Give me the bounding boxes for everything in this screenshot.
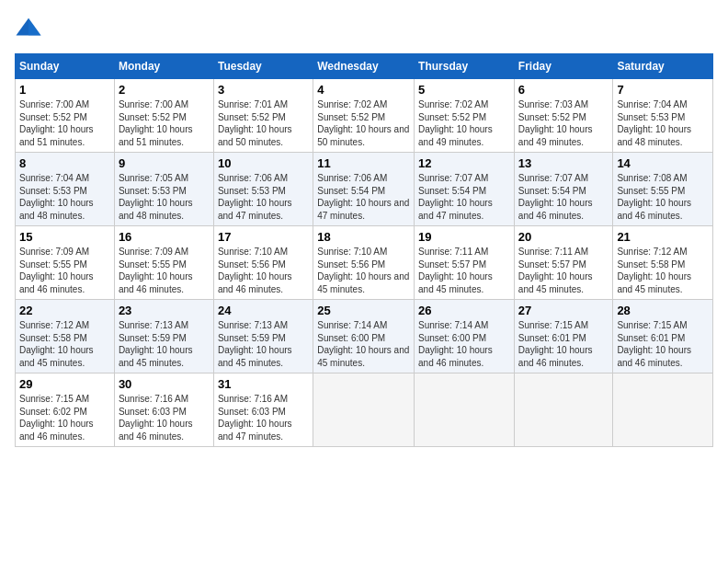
calendar-cell: 22 Sunrise: 7:12 AMSunset: 5:58 PMDaylig…	[16, 300, 115, 373]
week-row-4: 22 Sunrise: 7:12 AMSunset: 5:58 PMDaylig…	[16, 300, 713, 373]
day-number: 4	[317, 83, 410, 97]
header-day-wednesday: Wednesday	[313, 54, 415, 79]
calendar-cell: 21 Sunrise: 7:12 AMSunset: 5:58 PMDaylig…	[613, 226, 713, 300]
day-info: Sunrise: 7:16 AMSunset: 6:03 PMDaylight:…	[218, 393, 309, 442]
day-number: 28	[617, 304, 709, 317]
day-number: 11	[317, 156, 410, 170]
day-number: 10	[218, 156, 309, 170]
calendar-cell	[313, 373, 415, 447]
day-number: 7	[617, 83, 709, 97]
calendar-cell: 6 Sunrise: 7:03 AMSunset: 5:52 PMDayligh…	[514, 79, 613, 153]
calendar-cell: 1 Sunrise: 7:00 AMSunset: 5:52 PMDayligh…	[16, 79, 115, 153]
day-number: 30	[119, 377, 210, 391]
header-day-tuesday: Tuesday	[213, 54, 313, 79]
calendar-cell: 28 Sunrise: 7:15 AMSunset: 6:01 PMDaylig…	[613, 300, 713, 373]
day-number: 12	[418, 156, 510, 170]
day-info: Sunrise: 7:07 AMSunset: 5:54 PMDaylight:…	[518, 172, 609, 222]
day-info: Sunrise: 7:03 AMSunset: 5:52 PMDaylight:…	[518, 98, 609, 148]
day-info: Sunrise: 7:09 AMSunset: 5:55 PMDaylight:…	[19, 246, 110, 295]
day-number: 29	[19, 377, 110, 391]
day-info: Sunrise: 7:02 AMSunset: 5:52 PMDaylight:…	[317, 98, 410, 148]
day-info: Sunrise: 7:15 AMSunset: 6:01 PMDaylight:…	[617, 319, 709, 369]
header	[15, 15, 713, 42]
day-info: Sunrise: 7:11 AMSunset: 5:57 PMDaylight:…	[418, 246, 510, 295]
day-info: Sunrise: 7:00 AMSunset: 5:52 PMDaylight:…	[119, 98, 210, 148]
calendar-cell: 20 Sunrise: 7:11 AMSunset: 5:57 PMDaylig…	[514, 226, 613, 300]
day-number: 23	[119, 304, 210, 317]
day-number: 21	[617, 230, 709, 244]
day-number: 16	[119, 230, 210, 244]
week-row-3: 15 Sunrise: 7:09 AMSunset: 5:55 PMDaylig…	[16, 226, 713, 300]
day-info: Sunrise: 7:16 AMSunset: 6:03 PMDaylight:…	[119, 393, 210, 442]
logo-icon	[15, 15, 42, 42]
day-info: Sunrise: 7:12 AMSunset: 5:58 PMDaylight:…	[19, 319, 110, 369]
calendar-cell: 16 Sunrise: 7:09 AMSunset: 5:55 PMDaylig…	[114, 226, 213, 300]
day-number: 25	[317, 304, 410, 317]
calendar-cell: 9 Sunrise: 7:05 AMSunset: 5:53 PMDayligh…	[114, 153, 213, 226]
calendar-cell: 13 Sunrise: 7:07 AMSunset: 5:54 PMDaylig…	[514, 153, 613, 226]
day-info: Sunrise: 7:08 AMSunset: 5:55 PMDaylight:…	[617, 172, 709, 222]
day-info: Sunrise: 7:09 AMSunset: 5:55 PMDaylight:…	[119, 246, 210, 295]
calendar-cell	[613, 373, 713, 447]
calendar-cell: 29 Sunrise: 7:15 AMSunset: 6:02 PMDaylig…	[16, 373, 115, 447]
day-number: 1	[19, 83, 110, 97]
calendar-cell: 14 Sunrise: 7:08 AMSunset: 5:55 PMDaylig…	[613, 153, 713, 226]
day-number: 18	[317, 230, 410, 244]
day-info: Sunrise: 7:13 AMSunset: 5:59 PMDaylight:…	[218, 319, 309, 369]
day-info: Sunrise: 7:15 AMSunset: 6:02 PMDaylight:…	[19, 393, 110, 442]
day-info: Sunrise: 7:12 AMSunset: 5:58 PMDaylight:…	[617, 246, 709, 295]
calendar-body: 1 Sunrise: 7:00 AMSunset: 5:52 PMDayligh…	[16, 79, 713, 447]
day-number: 8	[19, 156, 110, 170]
day-number: 22	[19, 304, 110, 317]
svg-marker-1	[28, 18, 41, 36]
day-info: Sunrise: 7:14 AMSunset: 6:00 PMDaylight:…	[418, 319, 510, 369]
calendar-cell: 5 Sunrise: 7:02 AMSunset: 5:52 PMDayligh…	[415, 79, 515, 153]
logo	[15, 15, 46, 42]
day-info: Sunrise: 7:04 AMSunset: 5:53 PMDaylight:…	[617, 98, 709, 148]
calendar-cell: 31 Sunrise: 7:16 AMSunset: 6:03 PMDaylig…	[213, 373, 313, 447]
day-info: Sunrise: 7:13 AMSunset: 5:59 PMDaylight:…	[119, 319, 210, 369]
header-day-sunday: Sunday	[16, 54, 115, 79]
calendar-cell: 30 Sunrise: 7:16 AMSunset: 6:03 PMDaylig…	[114, 373, 213, 447]
day-info: Sunrise: 7:15 AMSunset: 6:01 PMDaylight:…	[518, 319, 609, 369]
calendar-cell: 18 Sunrise: 7:10 AMSunset: 5:56 PMDaylig…	[313, 226, 415, 300]
day-number: 24	[218, 304, 309, 317]
calendar-cell: 23 Sunrise: 7:13 AMSunset: 5:59 PMDaylig…	[114, 300, 213, 373]
calendar-cell: 8 Sunrise: 7:04 AMSunset: 5:53 PMDayligh…	[16, 153, 115, 226]
day-info: Sunrise: 7:07 AMSunset: 5:54 PMDaylight:…	[418, 172, 510, 222]
calendar-table: SundayMondayTuesdayWednesdayThursdayFrid…	[15, 53, 713, 447]
day-number: 19	[418, 230, 510, 244]
day-number: 2	[119, 83, 210, 97]
calendar-cell: 24 Sunrise: 7:13 AMSunset: 5:59 PMDaylig…	[213, 300, 313, 373]
calendar-cell: 12 Sunrise: 7:07 AMSunset: 5:54 PMDaylig…	[415, 153, 515, 226]
calendar-cell: 17 Sunrise: 7:10 AMSunset: 5:56 PMDaylig…	[213, 226, 313, 300]
calendar-cell: 4 Sunrise: 7:02 AMSunset: 5:52 PMDayligh…	[313, 79, 415, 153]
week-row-1: 1 Sunrise: 7:00 AMSunset: 5:52 PMDayligh…	[16, 79, 713, 153]
calendar-cell: 25 Sunrise: 7:14 AMSunset: 6:00 PMDaylig…	[313, 300, 415, 373]
day-number: 3	[218, 83, 309, 97]
calendar-cell: 10 Sunrise: 7:06 AMSunset: 5:53 PMDaylig…	[213, 153, 313, 226]
day-info: Sunrise: 7:02 AMSunset: 5:52 PMDaylight:…	[418, 98, 510, 148]
day-info: Sunrise: 7:10 AMSunset: 5:56 PMDaylight:…	[218, 246, 309, 295]
calendar-cell: 27 Sunrise: 7:15 AMSunset: 6:01 PMDaylig…	[514, 300, 613, 373]
calendar-cell: 26 Sunrise: 7:14 AMSunset: 6:00 PMDaylig…	[415, 300, 515, 373]
calendar-cell: 15 Sunrise: 7:09 AMSunset: 5:55 PMDaylig…	[16, 226, 115, 300]
day-number: 20	[518, 230, 609, 244]
day-number: 9	[119, 156, 210, 170]
day-number: 17	[218, 230, 309, 244]
header-day-monday: Monday	[114, 54, 213, 79]
header-day-saturday: Saturday	[613, 54, 713, 79]
calendar-cell: 19 Sunrise: 7:11 AMSunset: 5:57 PMDaylig…	[415, 226, 515, 300]
day-number: 26	[418, 304, 510, 317]
header-day-friday: Friday	[514, 54, 613, 79]
day-number: 14	[617, 156, 709, 170]
day-info: Sunrise: 7:06 AMSunset: 5:53 PMDaylight:…	[218, 172, 309, 222]
day-number: 13	[518, 156, 609, 170]
week-row-2: 8 Sunrise: 7:04 AMSunset: 5:53 PMDayligh…	[16, 153, 713, 226]
calendar-cell: 11 Sunrise: 7:06 AMSunset: 5:54 PMDaylig…	[313, 153, 415, 226]
day-info: Sunrise: 7:04 AMSunset: 5:53 PMDaylight:…	[19, 172, 110, 222]
header-day-thursday: Thursday	[415, 54, 515, 79]
day-info: Sunrise: 7:14 AMSunset: 6:00 PMDaylight:…	[317, 319, 410, 369]
calendar-cell	[514, 373, 613, 447]
day-info: Sunrise: 7:11 AMSunset: 5:57 PMDaylight:…	[518, 246, 609, 295]
